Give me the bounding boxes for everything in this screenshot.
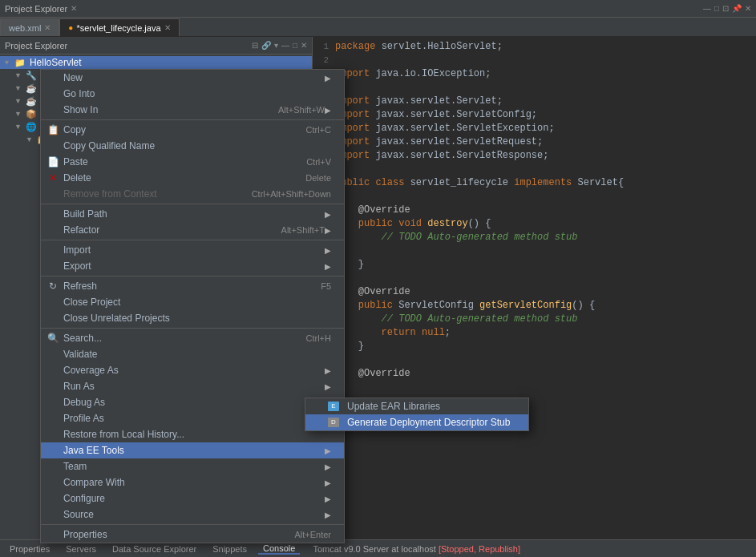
code-line-10: 10 [313, 163, 756, 176]
menu-item-paste[interactable]: 📄 Paste Ctrl+V [41, 154, 344, 170]
bottom-tab-datasource[interactable]: Data Source Explorer [107, 544, 201, 554]
title-close-icon[interactable]: ✕ [71, 4, 77, 13]
code-line-5: 5 import javax.servlet.Servlet; [313, 95, 756, 108]
menu-item-showin[interactable]: Show In Alt+Shift+W ▶ [41, 102, 344, 118]
panel-title-label: Project Explorer [5, 41, 67, 50]
tab-web-xml-label: web.xml [9, 23, 41, 33]
link-icon[interactable]: 🔗 [261, 41, 271, 50]
code-line-17: 17 } [313, 258, 756, 272]
menu-item-javaeetools[interactable]: Java EE Tools ▶ [41, 442, 344, 458]
menu-item-debugas[interactable]: Debug As ▶ [41, 394, 344, 410]
expand-j2-arrow: ▼ [14, 97, 22, 105]
server-stopped-label: [Stopped, Republish] [439, 544, 520, 554]
menu-item-refresh[interactable]: ↻ Refresh F5 [41, 278, 344, 294]
menu-item-comparewith[interactable]: Compare With ▶ [41, 474, 344, 490]
menu-item-profileas[interactable]: Profile As ▶ [41, 410, 344, 426]
code-line-16: 16 [313, 244, 756, 258]
j2-icon: ☕ [26, 96, 37, 107]
server-status-label: Tomcat v9.0 Server at localhost [Stopped… [313, 544, 520, 554]
menu-item-team[interactable]: Team ▶ [41, 458, 344, 474]
code-line-9: 9 import javax.servlet.ServletResponse; [313, 149, 756, 163]
sep1 [41, 119, 344, 120]
collapse-icon[interactable]: ⊟ [252, 41, 258, 50]
code-line-12: 12 [313, 190, 756, 204]
title-bar: Project Explorer ✕ — □ ⊡ 📌 ✕ [0, 0, 756, 18]
menu-item-export[interactable]: Export ▶ [41, 258, 344, 274]
code-line-19: 19 @Override [313, 285, 756, 299]
context-menu: New ▶ Go Into Show In Alt+Shift+W ▶ 📋 Co… [40, 69, 345, 543]
menu-item-validate[interactable]: Validate [41, 346, 344, 362]
sep5 [41, 328, 344, 329]
submenu-label-updateear: Update EAR Libraries [347, 401, 440, 412]
tab-web-xml[interactable]: web.xml ✕ [0, 18, 59, 36]
maximize-icon[interactable]: □ [714, 4, 719, 13]
bottom-tab-snippets[interactable]: Snippets [208, 544, 252, 554]
menu-item-buildpath[interactable]: Build Path ▶ [41, 206, 344, 222]
b-icon: 📦 [26, 109, 37, 119]
code-line-4: 4 [313, 81, 756, 95]
submenu-item-generatedeployment[interactable]: D Generate Deployment Descriptor Stub [305, 414, 528, 430]
menu-item-configure[interactable]: Configure ▶ [41, 490, 344, 507]
expand-s-arrow: ▼ [26, 135, 33, 143]
tab-servlet-lifecycle[interactable]: ● *servlet_lifecycle.java ✕ [59, 18, 179, 36]
panel-maximize-icon[interactable]: □ [293, 41, 297, 50]
menu-item-import[interactable]: Import ▶ [41, 242, 344, 258]
menu-item-properties[interactable]: Properties Alt+Enter [41, 527, 344, 543]
tab-servlet-lifecycle-close[interactable]: ✕ [164, 23, 171, 32]
project-explorer-panel: Project Explorer ⊟ 🔗 ▾ — □ ✕ ▼ 📁 HelloSe… [0, 37, 313, 539]
code-line-13: 13 @Override [313, 204, 756, 217]
pin-icon[interactable]: 📌 [732, 4, 742, 13]
tab-bar: web.xml ✕ ● *servlet_lifecycle.java ✕ [0, 18, 756, 37]
menu-item-refactor[interactable]: Refactor Alt+Shift+T ▶ [41, 222, 344, 238]
code-line-6: 6 import javax.servlet.ServletConfig; [313, 108, 756, 122]
code-line-24: 24 [313, 353, 756, 367]
menu-item-closeproject[interactable]: Close Project [41, 294, 344, 310]
code-line-11: 11 public class servlet_lifecycle implem… [313, 176, 756, 190]
menu-item-runas[interactable]: Run As ▶ [41, 378, 344, 394]
paste-icon: 📄 [46, 156, 60, 168]
panel-minimize-icon[interactable]: — [281, 41, 289, 50]
panel-menu-icon[interactable]: ▾ [274, 41, 278, 50]
tab-web-xml-close[interactable]: ✕ [44, 23, 51, 32]
d-icon: 🔧 [26, 71, 37, 81]
expand-d-arrow: ▼ [14, 71, 22, 79]
header-close-icon[interactable]: ✕ [745, 4, 751, 13]
sep4 [41, 276, 344, 276]
minimize-icon[interactable]: — [703, 4, 711, 13]
bottom-tab-properties[interactable]: Properties [5, 544, 55, 554]
code-line-22: 22 return null; [313, 326, 756, 340]
menu-item-delete[interactable]: ✕ Delete Delete [41, 170, 344, 186]
delete-icon: ✕ [46, 172, 60, 184]
menu-item-restorefromhistory[interactable]: Restore from Local History... [41, 426, 344, 442]
expand-w-arrow: ▼ [14, 123, 22, 131]
code-editor[interactable]: 1 package servlet.HelloServlet; 2 3 impo… [313, 37, 756, 539]
sep3 [41, 240, 344, 240]
code-line-3: 3 import java.io.IOException; [313, 67, 756, 81]
restore-icon[interactable]: ⊡ [722, 4, 729, 13]
menu-item-source[interactable]: Source ▶ [41, 507, 344, 523]
bottom-tab-console[interactable]: Console [258, 543, 300, 555]
code-line-20: 20 public ServletConfig getServletConfig… [313, 299, 756, 313]
menu-item-new[interactable]: New ▶ [41, 70, 344, 86]
menu-item-closeunrelated[interactable]: Close Unrelated Projects [41, 310, 344, 326]
refresh-icon: ↻ [46, 281, 60, 292]
menu-item-coverageas[interactable]: Coverage As ▶ [41, 362, 344, 378]
sep2 [41, 204, 344, 204]
submenu-item-updateear[interactable]: E Update EAR Libraries [305, 398, 528, 414]
code-line-25: 25 @Override [313, 367, 756, 381]
sep6 [41, 524, 344, 525]
menu-item-search[interactable]: 🔍 Search... Ctrl+H [41, 330, 344, 346]
menu-item-copy[interactable]: 📋 Copy Ctrl+C [41, 122, 344, 138]
bottom-tab-servers[interactable]: Servers [61, 544, 101, 554]
search-icon: 🔍 [46, 333, 60, 344]
tree-item-label-helloservlet: HelloServlet [30, 57, 82, 68]
code-line-14: 14 public void destroy() { [313, 217, 756, 231]
menu-item-removefromcontext: Remove from Context Ctrl+Alt+Shift+Down [41, 186, 344, 202]
code-line-8: 8 import javax.servlet.ServletRequest; [313, 135, 756, 149]
panel-title-icons: ⊟ 🔗 ▾ — □ ✕ [252, 41, 307, 50]
panel-close-icon[interactable]: ✕ [301, 41, 307, 50]
menu-item-gointo[interactable]: Go Into [41, 86, 344, 102]
menu-item-copyqualified[interactable]: Copy Qualified Name [41, 138, 344, 154]
tree-item-helloservlet[interactable]: ▼ 📁 HelloServlet [0, 56, 312, 69]
code-line-15: 15 // TODO Auto-generated method stub [313, 231, 756, 244]
